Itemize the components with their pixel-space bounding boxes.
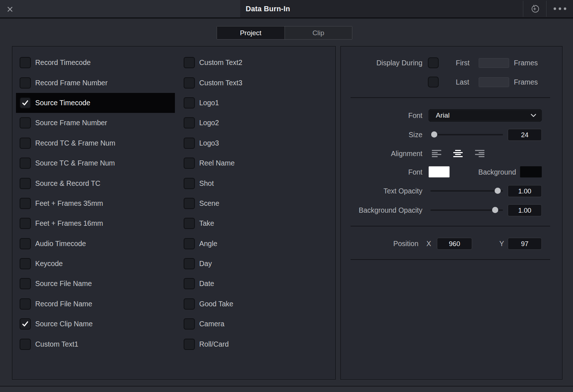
list-item[interactable]: Camera xyxy=(180,314,332,334)
chevron-down-icon xyxy=(531,114,536,117)
checkbox-checked[interactable] xyxy=(20,319,30,329)
checkbox-unchecked[interactable] xyxy=(20,158,30,168)
position-label: Position xyxy=(341,240,418,248)
checkbox-unchecked[interactable] xyxy=(184,219,194,228)
background-opacity-slider[interactable] xyxy=(430,209,503,211)
checkbox-unchecked[interactable] xyxy=(20,279,30,289)
list-item[interactable]: Custom Text2 xyxy=(180,53,332,73)
font-dropdown[interactable]: Arial xyxy=(429,109,542,122)
list-item[interactable]: Date xyxy=(180,274,332,294)
list-item[interactable]: Scene xyxy=(180,193,332,213)
display-during-first-checkbox[interactable] xyxy=(429,58,438,68)
checkbox-unchecked[interactable] xyxy=(20,239,30,249)
position-x-input[interactable] xyxy=(437,238,472,250)
checkbox-unchecked[interactable] xyxy=(184,58,194,68)
checkbox-unchecked[interactable] xyxy=(184,279,194,289)
tab-clip[interactable]: Clip xyxy=(285,26,352,39)
list-item[interactable]: Record Timecode xyxy=(16,53,175,73)
last-frames-input[interactable] xyxy=(479,77,509,87)
checkbox-unchecked[interactable] xyxy=(20,299,30,309)
display-during-last-checkbox[interactable] xyxy=(429,77,438,87)
list-item[interactable]: Shot xyxy=(180,173,332,193)
checkbox-checked[interactable] xyxy=(20,98,30,108)
first-frames-input[interactable] xyxy=(479,58,509,68)
checkbox-unchecked[interactable] xyxy=(20,339,30,349)
checkbox-unchecked[interactable] xyxy=(184,158,194,168)
list-item-label: Scene xyxy=(199,199,219,208)
list-item[interactable]: Feet + Frames 16mm xyxy=(16,213,175,233)
list-item[interactable]: Source TC & Frame Num xyxy=(16,153,175,173)
text-opacity-label: Text Opacity xyxy=(341,187,422,195)
checkbox-unchecked[interactable] xyxy=(184,239,194,249)
size-slider-handle[interactable] xyxy=(431,131,437,138)
checkbox-unchecked[interactable] xyxy=(184,339,194,349)
checkbox-unchecked[interactable] xyxy=(184,118,194,128)
options-menu-button[interactable] xyxy=(547,0,573,17)
align-left-button[interactable] xyxy=(431,149,442,158)
checkbox-unchecked[interactable] xyxy=(184,319,194,329)
list-item[interactable]: Take xyxy=(180,213,332,233)
list-item-label: Feet + Frames 16mm xyxy=(35,219,103,228)
checkbox-unchecked[interactable] xyxy=(184,179,194,188)
list-item[interactable]: Source Clip Name xyxy=(16,314,175,334)
list-item-label: Shot xyxy=(199,179,214,188)
text-opacity-input[interactable] xyxy=(508,185,542,197)
background-opacity-handle[interactable] xyxy=(492,207,498,213)
list-item[interactable]: Record File Name xyxy=(16,294,175,314)
checkbox-unchecked[interactable] xyxy=(184,259,194,269)
checkbox-unchecked[interactable] xyxy=(20,259,30,269)
checkbox-unchecked[interactable] xyxy=(20,58,30,68)
checkbox-unchecked[interactable] xyxy=(20,219,30,228)
list-item[interactable]: Logo1 xyxy=(180,93,332,113)
list-item-label: Reel Name xyxy=(199,159,235,167)
checkbox-unchecked[interactable] xyxy=(184,199,194,208)
checkbox-unchecked[interactable] xyxy=(184,299,194,309)
list-item[interactable]: Custom Text3 xyxy=(180,73,332,93)
list-item-label: Source Frame Number xyxy=(35,119,107,127)
background-color-swatch[interactable] xyxy=(520,166,542,177)
list-item-label: Logo2 xyxy=(199,119,219,127)
list-item[interactable]: Reel Name xyxy=(180,153,332,173)
checkbox-unchecked[interactable] xyxy=(20,179,30,188)
checkbox-unchecked[interactable] xyxy=(184,138,194,148)
list-item[interactable]: Source & Record TC xyxy=(16,173,175,193)
list-item[interactable]: Source Timecode xyxy=(16,93,175,113)
list-item[interactable]: Source File Name xyxy=(16,274,175,294)
list-item[interactable]: Keycode xyxy=(16,254,175,274)
list-item-label: Logo3 xyxy=(199,139,219,147)
list-item-label: Source Timecode xyxy=(35,99,90,107)
list-item[interactable]: Good Take xyxy=(180,294,332,314)
list-item[interactable]: Angle xyxy=(180,234,332,254)
reset-button[interactable] xyxy=(523,0,546,17)
list-item[interactable]: Roll/Card xyxy=(180,334,332,354)
list-item[interactable]: Record Frame Number xyxy=(16,73,175,93)
align-right-button[interactable] xyxy=(474,149,485,158)
font-color-swatch[interactable] xyxy=(429,166,450,177)
list-item[interactable]: Custom Text1 xyxy=(16,334,175,354)
align-center-button[interactable] xyxy=(453,149,463,158)
list-item[interactable]: Record TC & Frame Num xyxy=(16,133,175,153)
list-item[interactable]: Audio Timecode xyxy=(16,234,175,254)
background-opacity-input[interactable] xyxy=(508,204,542,216)
checkbox-unchecked[interactable] xyxy=(20,118,30,128)
text-opacity-handle[interactable] xyxy=(495,188,501,194)
size-slider[interactable] xyxy=(430,134,503,135)
list-item[interactable]: Source Frame Number xyxy=(16,113,175,133)
section-divider xyxy=(351,226,550,226)
last-label: Last xyxy=(456,78,469,86)
checkbox-unchecked[interactable] xyxy=(20,199,30,208)
position-y-input[interactable] xyxy=(508,238,542,250)
text-opacity-slider[interactable] xyxy=(430,190,503,192)
close-button[interactable] xyxy=(6,5,14,13)
checkbox-unchecked[interactable] xyxy=(20,138,30,148)
list-item[interactable]: Logo3 xyxy=(180,133,332,153)
tab-project[interactable]: Project xyxy=(217,26,285,39)
list-item[interactable]: Day xyxy=(180,254,332,274)
checkbox-unchecked[interactable] xyxy=(184,98,194,108)
list-item-label: Record TC & Frame Num xyxy=(35,139,115,147)
checkbox-unchecked[interactable] xyxy=(184,78,194,88)
list-item[interactable]: Logo2 xyxy=(180,113,332,133)
checkbox-unchecked[interactable] xyxy=(20,78,30,88)
size-value-input[interactable] xyxy=(508,129,542,141)
list-item[interactable]: Feet + Frames 35mm xyxy=(16,193,175,213)
